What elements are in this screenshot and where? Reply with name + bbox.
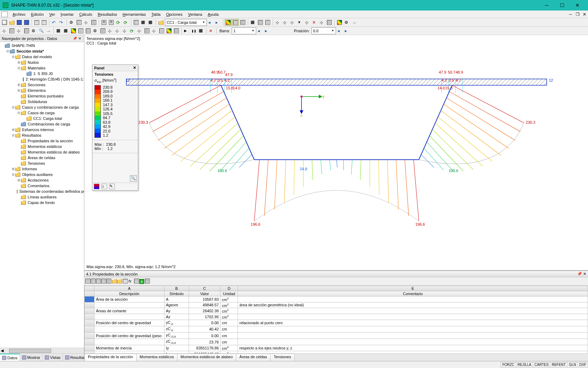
refresh-all-button[interactable] [122, 19, 130, 26]
render-2-button[interactable] [63, 27, 70, 34]
mdi-close-button[interactable]: ✕ [581, 12, 588, 17]
view-side-button[interactable] [121, 27, 128, 34]
view-top-button[interactable] [107, 27, 114, 34]
tree-node[interactable]: Capas de fondo [0, 200, 84, 205]
mdi-restore-button[interactable]: ❐ [574, 12, 581, 17]
table-last-button[interactable] [101, 279, 106, 284]
menu-opciones[interactable]: Opciones [163, 12, 185, 17]
numbering-button[interactable] [158, 27, 165, 34]
axis-toggle-button[interactable] [151, 27, 158, 34]
tree-node[interactable]: Elementos puntuales [0, 93, 84, 99]
tree-node[interactable]: ⊟Casos de carga [0, 110, 84, 116]
view-front-button[interactable] [114, 27, 121, 34]
ortho-button[interactable] [99, 27, 106, 34]
saveall-button[interactable] [23, 19, 30, 26]
new-button[interactable] [1, 19, 8, 26]
calc-settings-button[interactable] [108, 19, 115, 26]
barra-combo[interactable]: 1 ▼ [232, 27, 256, 34]
elements-button[interactable] [90, 19, 97, 26]
table-export-button[interactable] [134, 279, 139, 284]
open-button[interactable] [8, 19, 15, 26]
export-button[interactable] [351, 19, 358, 26]
coord-tool-2-button[interactable] [8, 27, 15, 34]
menu-tabla[interactable]: Tabla [148, 12, 163, 17]
project-tree[interactable]: SHAPE-THIN⊟Sección mixta*⊟Datos del mode… [0, 42, 84, 348]
tree-node[interactable]: ⊞Esfuerzos internos [0, 127, 84, 132]
view-cascade-button[interactable] [264, 19, 271, 26]
view-window-button[interactable] [250, 19, 257, 26]
canvas[interactable]: Tensiones sigma-eqv [N/mm^2] CC1 : Carga… [84, 35, 588, 271]
table-next-button[interactable] [96, 279, 101, 284]
table-first-button[interactable] [85, 279, 90, 284]
color-button[interactable] [166, 27, 173, 34]
results-mode-2-button[interactable] [232, 19, 239, 26]
perspective-button[interactable] [92, 27, 99, 34]
tree-node[interactable]: Combinaciones de carga [0, 121, 84, 127]
tree-node[interactable]: Momentos estáticos [0, 144, 84, 149]
tree-node[interactable]: Momentos estáticos de alabeo [0, 149, 84, 155]
next-loadcase-button[interactable] [215, 19, 222, 26]
pin-button[interactable]: 📌 [72, 36, 77, 40]
coord-tool-4-button[interactable] [23, 27, 30, 34]
tree-node[interactable]: ⊟Objetos auxiliares [0, 172, 84, 177]
menu-ventana[interactable]: Ventana [185, 12, 205, 17]
table-excel-button[interactable] [139, 279, 144, 284]
status-dxf[interactable]: DXF [578, 362, 588, 367]
tree-node[interactable]: ⊞Nudos [0, 60, 84, 65]
zoom-window-button[interactable] [38, 27, 45, 34]
tree-node[interactable]: Propiedades de la sección [0, 138, 84, 144]
stop-button[interactable] [198, 27, 205, 34]
barra-next-button[interactable] [264, 27, 271, 34]
render-3-button[interactable] [70, 27, 77, 34]
maximize-button[interactable]: ☐ [554, 0, 570, 10]
print-preview-button[interactable] [41, 19, 48, 26]
rotate-button[interactable] [129, 27, 136, 34]
navigator-close-button[interactable]: ✕ [77, 36, 82, 40]
navigator-tab-vistas[interactable]: Vistas [43, 354, 63, 361]
dimension-button[interactable] [296, 19, 303, 26]
table-mode-1-button[interactable] [112, 279, 117, 284]
coord-tool-1-button[interactable] [1, 27, 8, 34]
refresh-button[interactable] [115, 19, 122, 26]
tree-node[interactable]: Tensiones [0, 161, 84, 166]
navigator-hscrollbar[interactable]: ◀ [0, 348, 84, 353]
table-mode-2-button[interactable] [117, 279, 122, 284]
tree-node[interactable]: ⊟Materiales [0, 65, 84, 71]
tree-node[interactable]: Líneas auxiliares [0, 194, 84, 200]
clear-button[interactable] [208, 27, 215, 34]
menu-herramientas[interactable]: Herramientas [120, 12, 148, 17]
support-toggle-button[interactable] [173, 27, 180, 34]
navigator-tab-mostrar[interactable]: Mostrar [20, 354, 43, 361]
snap-line-button[interactable] [282, 19, 289, 26]
posicion-prev-button[interactable] [336, 27, 343, 34]
tree-node[interactable]: Comentarios [0, 183, 84, 189]
snap-point-button[interactable] [289, 19, 296, 26]
table-pin-button[interactable]: 📌 [577, 272, 582, 276]
undo-button[interactable] [51, 19, 58, 26]
table-tab[interactable]: Momentos estáticos de alabeo [177, 354, 236, 361]
loadcase-combo[interactable]: CC1 - Carga total ▼ [165, 19, 207, 26]
render-4-button[interactable] [77, 27, 84, 34]
legend-settings-button[interactable] [343, 19, 350, 26]
play-button[interactable] [183, 27, 190, 34]
tree-node[interactable]: ⊟Sección mixta* [0, 48, 84, 54]
posicion-combo[interactable]: 0.0 ▼ [312, 27, 336, 34]
save-button[interactable] [16, 19, 23, 26]
navigator-tab-datos[interactable]: Datos [0, 354, 20, 361]
mdi-minimize-button[interactable]: ─ [567, 12, 574, 17]
tree-node[interactable]: ⊟Datos del modelo [0, 54, 84, 60]
pan-button[interactable] [45, 27, 52, 34]
calc-button[interactable] [100, 19, 107, 26]
menu-edición[interactable]: Edición [28, 12, 47, 17]
tree-node[interactable]: 1: S 355 J0 [0, 71, 84, 76]
mirror-button[interactable] [136, 27, 143, 34]
barra-prev-button[interactable] [257, 27, 264, 34]
nodes-button[interactable] [83, 19, 90, 26]
tree-node[interactable]: Soldaduras [0, 99, 84, 104]
menu-ayuda[interactable]: Ayuda [205, 12, 222, 17]
prev-loadcase-button[interactable] [207, 19, 214, 26]
menu-resultados[interactable]: Resultados [95, 12, 120, 17]
color-scale-button[interactable] [336, 19, 343, 26]
tree-node[interactable]: 2: Hormigón C35/45 | DIN 1045-1: [0, 76, 84, 82]
section-tool-button[interactable] [326, 19, 333, 26]
